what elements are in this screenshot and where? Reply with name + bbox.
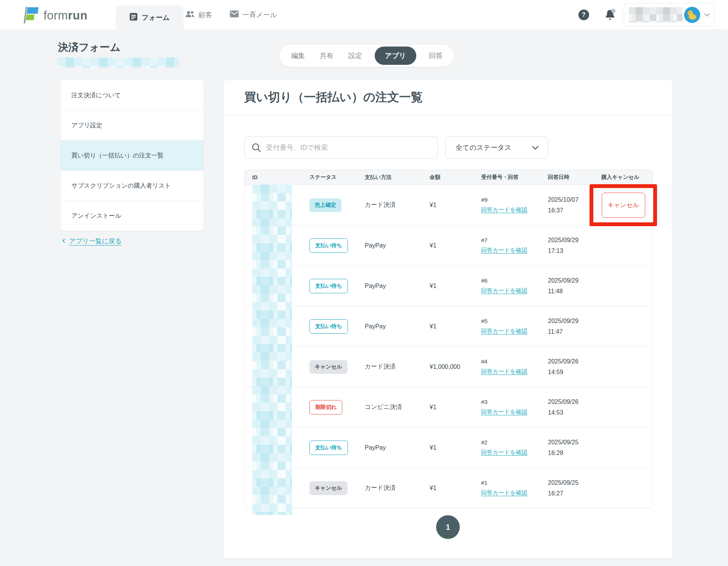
amount: ¥1 bbox=[424, 323, 475, 330]
receipt-number: #1 bbox=[481, 479, 542, 486]
nav-tab-label: フォーム bbox=[142, 13, 169, 22]
status-badge: 支払い待ち bbox=[309, 319, 348, 334]
nav-tab-label: 一斉メール bbox=[242, 10, 277, 19]
divider bbox=[224, 115, 672, 115]
form-icon bbox=[129, 13, 138, 23]
table-row: 期限切れ コンビニ決済 ¥1 #3回答カードを確認 2025/09/2614:5… bbox=[245, 387, 652, 427]
response-date: 2025/09/26 bbox=[548, 399, 596, 405]
orders-table: ID ステータス 支払い方法 金額 受付番号・回答 回答日時 購入キャンセル 売… bbox=[244, 170, 652, 508]
blurred-id-column bbox=[252, 185, 292, 515]
amount: ¥1 bbox=[424, 444, 475, 451]
receipt-number: #3 bbox=[481, 399, 542, 405]
answer-card-link[interactable]: 回答カードを確認 bbox=[481, 368, 527, 375]
response-time: 16:27 bbox=[548, 490, 596, 497]
amount: ¥1 bbox=[424, 202, 475, 209]
amount: ¥1 bbox=[424, 283, 475, 289]
table-row: 支払い待ち PayPay ¥1 #7回答カードを確認 2025/09/2917:… bbox=[245, 225, 652, 265]
annotation-highlight-box: キャンセル bbox=[589, 184, 657, 226]
user-name-blurred bbox=[629, 7, 683, 23]
back-chevron-icon: ‹ bbox=[62, 236, 65, 245]
answer-card-link[interactable]: 回答カードを確認 bbox=[481, 287, 527, 294]
response-date: 2025/10/07 bbox=[548, 196, 596, 203]
payment-method: コンビニ決済 bbox=[359, 403, 424, 411]
answer-card-link[interactable]: 回答カードを確認 bbox=[481, 206, 527, 213]
response-time: 11:48 bbox=[548, 288, 596, 295]
amount: ¥1,000,000 bbox=[424, 363, 475, 370]
nav-tab-customers[interactable]: 顧客 bbox=[185, 0, 212, 30]
pagination-page-1[interactable]: 1 bbox=[436, 515, 460, 539]
response-time: 16:28 bbox=[548, 450, 596, 457]
sidebar-item-onetime-orders[interactable]: 買い切り（一括払い）の注文一覧 bbox=[61, 140, 203, 170]
answer-card-link[interactable]: 回答カードを確認 bbox=[481, 489, 527, 496]
receipt-number: #6 bbox=[481, 277, 542, 284]
response-date: 2025/09/29 bbox=[548, 237, 596, 244]
payment-method: PayPay bbox=[359, 283, 424, 289]
customers-icon bbox=[185, 10, 195, 20]
back-to-apps-link[interactable]: ‹ アプリ一覧に戻る bbox=[62, 236, 122, 246]
response-time: 11:47 bbox=[548, 328, 596, 335]
status-filter-value: 全てのステータス bbox=[456, 143, 512, 152]
payment-method: PayPay bbox=[359, 323, 424, 330]
response-time: 16:37 bbox=[548, 207, 596, 214]
table-row: 支払い待ち PayPay ¥1 #2回答カードを確認 2025/09/2516:… bbox=[245, 427, 652, 468]
user-menu[interactable] bbox=[624, 3, 714, 27]
payment-method: カード決済 bbox=[359, 201, 424, 209]
search-input[interactable] bbox=[266, 144, 438, 152]
col-header-id: ID bbox=[245, 174, 304, 180]
status-badge: 支払い待ち bbox=[309, 279, 348, 293]
payment-method: カード決済 bbox=[359, 484, 424, 492]
status-badge: 期限切れ bbox=[309, 400, 342, 415]
payment-method: PayPay bbox=[359, 444, 424, 451]
chevron-down-icon bbox=[532, 146, 539, 150]
purchase-cancel-button[interactable]: キャンセル bbox=[602, 193, 645, 218]
col-header-date: 回答日時 bbox=[542, 174, 596, 181]
sidebar-item-about-payments[interactable]: 注文決済について bbox=[61, 80, 203, 110]
table-header-row: ID ステータス 支払い方法 金額 受付番号・回答 回答日時 購入キャンセル bbox=[245, 170, 652, 185]
col-header-cancel: 購入キャンセル bbox=[596, 174, 653, 181]
status-filter-select[interactable]: 全てのステータス bbox=[445, 137, 548, 159]
tab-apps[interactable]: アプリ bbox=[375, 47, 416, 65]
tab-share[interactable]: 共有 bbox=[317, 51, 336, 60]
form-name-blurred bbox=[57, 58, 179, 68]
logo-wordmark: formrun bbox=[43, 9, 87, 23]
answer-card-link[interactable]: 回答カードを確認 bbox=[481, 449, 527, 455]
notification-bell-icon[interactable] bbox=[604, 8, 617, 23]
amount: ¥1 bbox=[424, 242, 475, 249]
status-badge: 支払い待ち bbox=[309, 238, 348, 253]
orders-panel: 買い切り（一括払い）の注文一覧 全てのステータス ID ステータス 支払い方法 … bbox=[224, 80, 672, 558]
nav-tab-forms[interactable]: フォーム bbox=[116, 5, 184, 30]
status-badge: キャンセル bbox=[309, 481, 348, 495]
help-icon[interactable]: ? bbox=[578, 10, 589, 20]
response-time: 14:53 bbox=[548, 409, 596, 416]
app-sidebar: 注文決済について アプリ設定 買い切り（一括払い）の注文一覧 サブスクリプション… bbox=[61, 80, 203, 231]
receipt-number: #9 bbox=[481, 196, 542, 203]
form-view-tabs: 編集 共有 設定 アプリ 回答 bbox=[280, 45, 454, 67]
response-date: 2025/09/29 bbox=[548, 318, 596, 325]
table-row: 支払い待ち PayPay ¥1 #5回答カードを確認 2025/09/2911:… bbox=[245, 306, 652, 346]
tab-responses[interactable]: 回答 bbox=[427, 51, 445, 60]
answer-card-link[interactable]: 回答カードを確認 bbox=[481, 408, 527, 415]
answer-card-link[interactable]: 回答カードを確認 bbox=[481, 247, 527, 253]
sidebar-item-app-settings[interactable]: アプリ設定 bbox=[61, 110, 203, 140]
answer-card-link[interactable]: 回答カードを確認 bbox=[481, 328, 527, 334]
order-search bbox=[244, 137, 438, 159]
nav-tab-bulk-mail[interactable]: 一斉メール bbox=[230, 0, 277, 30]
duck-avatar bbox=[684, 7, 700, 23]
page-title: 決済フォーム bbox=[58, 40, 121, 54]
top-navbar: formrun フォーム 顧客 bbox=[0, 0, 728, 30]
response-date: 2025/09/25 bbox=[548, 439, 596, 446]
tab-settings[interactable]: 設定 bbox=[346, 51, 364, 60]
sidebar-item-subscription-buyers[interactable]: サブスクリプションの購入者リスト bbox=[61, 170, 203, 201]
formrun-logo[interactable]: formrun bbox=[24, 6, 87, 25]
response-date: 2025/09/26 bbox=[548, 358, 596, 365]
sidebar-item-uninstall[interactable]: アンインストール bbox=[61, 201, 203, 231]
tab-edit[interactable]: 編集 bbox=[289, 51, 307, 60]
col-header-status: ステータス bbox=[304, 174, 359, 181]
status-badge: 売上確定 bbox=[309, 198, 341, 212]
flag-icon bbox=[24, 6, 39, 25]
status-badge: キャンセル bbox=[309, 360, 348, 374]
table-row: キャンセル カード決済 ¥1,000,000 #4回答カードを確認 2025/0… bbox=[245, 346, 652, 387]
amount: ¥1 bbox=[424, 404, 475, 411]
receipt-number: #2 bbox=[481, 439, 542, 445]
response-time: 14:59 bbox=[548, 369, 596, 376]
